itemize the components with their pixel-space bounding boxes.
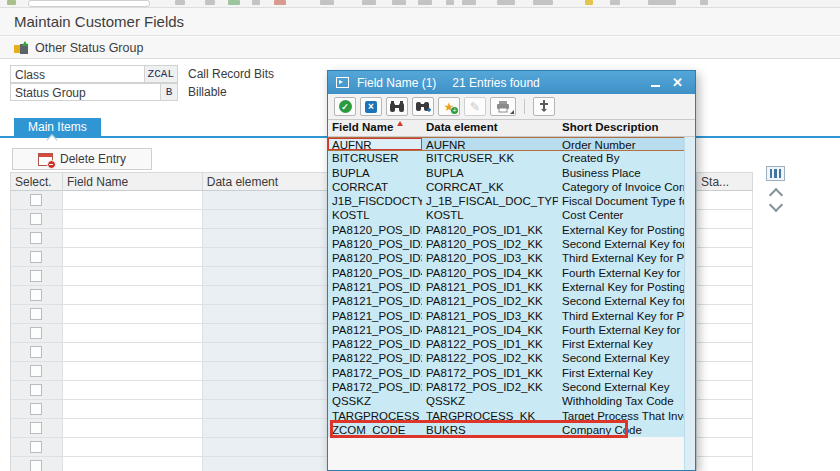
- popup-cell[interactable]: Category of Invoice Correction: [558, 180, 684, 194]
- popup-cell[interactable]: QSSKZ: [328, 394, 422, 408]
- tab-main-items[interactable]: Main Items: [14, 118, 101, 136]
- popup-cell[interactable]: PA8120_POS_ID4: [328, 266, 422, 280]
- popup-cell[interactable]: First External Key: [558, 337, 684, 351]
- field-name-cell[interactable]: [63, 324, 203, 342]
- popup-table-row[interactable]: CORRCATCORRCAT_KKCategory of Invoice Cor…: [328, 180, 684, 194]
- popup-header-data-element[interactable]: Data element: [422, 120, 558, 136]
- popup-cell[interactable]: Second External Key for Posting: [558, 294, 684, 308]
- field-name-cell[interactable]: [63, 248, 203, 266]
- popup-table-row[interactable]: PA8120_POS_ID2PA8120_POS_ID2_KKSecond Ex…: [328, 237, 684, 251]
- table-settings-icon[interactable]: [766, 166, 785, 181]
- popup-cell[interactable]: QSSKZ: [422, 394, 558, 408]
- popup-cell[interactable]: Fourth External Key for Posting A: [558, 266, 684, 280]
- popup-cell[interactable]: PA8172_POS_ID1_KK: [422, 366, 558, 380]
- field-name-cell[interactable]: [63, 400, 203, 418]
- popup-cell[interactable]: PA8121_POS_ID2_KK: [422, 294, 558, 308]
- row-checkbox[interactable]: [30, 365, 42, 377]
- popup-cell[interactable]: PA8172_POS_ID2_KK: [422, 380, 558, 394]
- popup-cell[interactable]: PA8172_POS_ID2: [328, 380, 422, 394]
- find-button[interactable]: [386, 97, 408, 116]
- popup-cell[interactable]: PA8120_POS_ID3_KK: [422, 251, 558, 265]
- popup-cell[interactable]: AUFNR: [328, 138, 422, 150]
- popup-table-row[interactable]: BUPLABUPLABusiness Place: [328, 166, 684, 180]
- popup-table-row[interactable]: PA8121_POS_ID4PA8121_POS_ID4_KKFourth Ex…: [328, 323, 684, 337]
- popup-cell[interactable]: External Key for Posting Area 81: [558, 280, 684, 294]
- popup-cell[interactable]: KOSTL: [328, 208, 422, 222]
- popup-cell[interactable]: Fiscal Document Type for Brazil: [558, 194, 684, 208]
- class-field[interactable]: Class ZCAL: [10, 65, 178, 83]
- popup-cell[interactable]: Second External Key for Posting: [558, 237, 684, 251]
- field-name-cell[interactable]: [63, 267, 203, 285]
- popup-cell[interactable]: PA8121_POS_ID2: [328, 294, 422, 308]
- popup-cell[interactable]: Order Number: [558, 138, 684, 150]
- continue-button[interactable]: ✓: [334, 97, 356, 116]
- popup-table-row[interactable]: J1B_FISCDOCTYPEJ_1B_FISCAL_DOC_TYPE_KKFi…: [328, 194, 684, 208]
- cancel-button[interactable]: ×: [360, 97, 382, 116]
- popup-cell[interactable]: Business Place: [558, 166, 684, 180]
- popup-scrollbar[interactable]: [684, 137, 695, 470]
- edit-favorites-button-disabled[interactable]: ✎: [464, 97, 486, 116]
- field-name-cell[interactable]: [63, 381, 203, 399]
- popup-cell[interactable]: PA8121_POS_ID1_KK: [422, 280, 558, 294]
- popup-cell[interactable]: AUFNR: [422, 138, 558, 150]
- row-checkbox[interactable]: [30, 194, 42, 206]
- popup-table-row[interactable]: QSSKZQSSKZWithholding Tax Code: [328, 394, 684, 408]
- field-name-cell[interactable]: [63, 229, 203, 247]
- status-group-value[interactable]: B: [160, 84, 177, 100]
- popup-table-row[interactable]: PA8122_POS_ID2PA8122_POS_ID2_KKSecond Ex…: [328, 351, 684, 365]
- field-name-cell[interactable]: [63, 438, 203, 456]
- popup-cell[interactable]: Fourth External Key for Posting A: [558, 323, 684, 337]
- command-field-cropped[interactable]: [28, 0, 150, 7]
- print-button[interactable]: [490, 97, 516, 116]
- status-group-field[interactable]: Status Group B: [10, 83, 178, 101]
- row-checkbox[interactable]: [30, 232, 42, 244]
- popup-cell[interactable]: PA8122_POS_ID1_KK: [422, 337, 558, 351]
- field-name-cell[interactable]: [63, 362, 203, 380]
- popup-table-row[interactable]: PA8121_POS_ID2PA8121_POS_ID2_KKSecond Ex…: [328, 294, 684, 308]
- popup-cell[interactable]: KOSTL: [422, 208, 558, 222]
- popup-cell[interactable]: CORRCAT_KK: [422, 180, 558, 194]
- popup-cell[interactable]: BITCRUSER: [328, 151, 422, 165]
- row-checkbox[interactable]: [30, 422, 42, 434]
- popup-cell[interactable]: BITCRUSER_KK: [422, 151, 558, 165]
- popup-cell[interactable]: First External Key: [558, 366, 684, 380]
- popup-header-field-name[interactable]: Field Name: [328, 120, 422, 136]
- popup-table-row[interactable]: PA8120_POS_ID3PA8120_POS_ID3_KKThird Ext…: [328, 251, 684, 265]
- popup-title-bar[interactable]: Field Name (1) 21 Entries found ✕: [328, 71, 695, 94]
- popup-cell[interactable]: BUPLA: [422, 166, 558, 180]
- popup-cell[interactable]: J1B_FISCDOCTYPE: [328, 194, 422, 208]
- row-checkbox[interactable]: [30, 308, 42, 320]
- popup-cell[interactable]: PA8122_POS_ID2: [328, 351, 422, 365]
- popup-table-row[interactable]: BITCRUSERBITCRUSER_KKCreated By: [328, 151, 684, 165]
- popup-cell[interactable]: CORRCAT: [328, 180, 422, 194]
- popup-cell[interactable]: J_1B_FISCAL_DOC_TYPE_KK: [422, 194, 558, 208]
- row-checkbox[interactable]: [30, 289, 42, 301]
- popup-cell[interactable]: PA8121_POS_ID3: [328, 309, 422, 323]
- field-name-cell[interactable]: [63, 419, 203, 437]
- row-checkbox[interactable]: [30, 441, 42, 453]
- popup-cell[interactable]: PA8122_POS_ID2_KK: [422, 351, 558, 365]
- popup-table-row[interactable]: PA8122_POS_ID1PA8122_POS_ID1_KKFirst Ext…: [328, 337, 684, 351]
- popup-cell[interactable]: Third External Key for Posting Ar: [558, 251, 684, 265]
- row-checkbox[interactable]: [30, 251, 42, 263]
- popup-cell[interactable]: PA8120_POS_ID4_KK: [422, 266, 558, 280]
- popup-cell[interactable]: BUPLA: [328, 166, 422, 180]
- popup-cell[interactable]: PA8121_POS_ID4_KK: [422, 323, 558, 337]
- row-checkbox[interactable]: [30, 403, 42, 415]
- popup-table-row[interactable]: PA8121_POS_ID1PA8121_POS_ID1_KKExternal …: [328, 280, 684, 294]
- field-name-cell[interactable]: [63, 191, 203, 209]
- popup-table-row[interactable]: KOSTLKOSTLCost Center: [328, 208, 684, 222]
- popup-cell[interactable]: External Key for Posting Area 81: [558, 223, 684, 237]
- popup-cell[interactable]: Created By: [558, 151, 684, 165]
- close-icon[interactable]: ✕: [672, 76, 683, 89]
- popup-cell[interactable]: PA8122_POS_ID1: [328, 337, 422, 351]
- class-value[interactable]: ZCAL: [144, 66, 177, 82]
- row-checkbox[interactable]: [30, 384, 42, 396]
- header-select[interactable]: Select.: [11, 173, 63, 190]
- popup-table-row[interactable]: PA8120_POS_ID4PA8120_POS_ID4_KKFourth Ex…: [328, 266, 684, 280]
- popup-cell[interactable]: PA8120_POS_ID2: [328, 237, 422, 251]
- popup-cell[interactable]: Withholding Tax Code: [558, 394, 684, 408]
- popup-cell[interactable]: PA8120_POS_ID2_KK: [422, 237, 558, 251]
- row-checkbox[interactable]: [30, 327, 42, 339]
- popup-table-row[interactable]: AUFNRAUFNROrder Number: [328, 137, 684, 151]
